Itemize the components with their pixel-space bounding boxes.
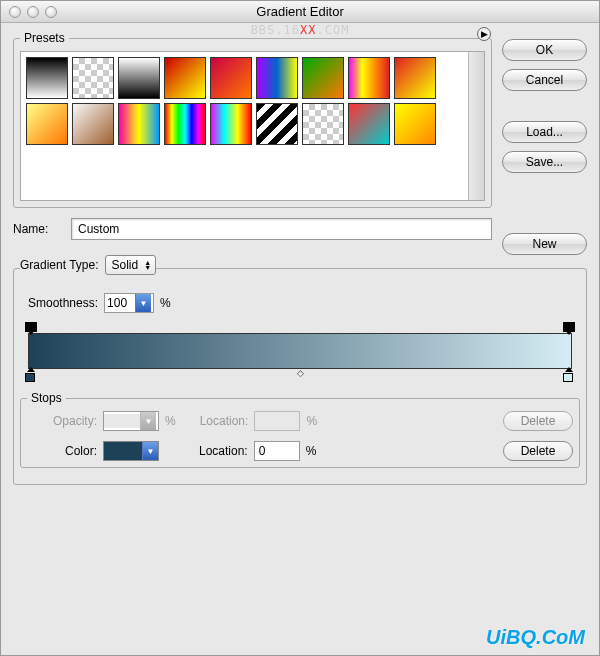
preset-swatch[interactable] [118,57,160,99]
opacity-location-input [254,411,300,431]
name-input[interactable] [71,218,492,240]
opacity-input [104,414,140,428]
delete-color-stop-button[interactable]: Delete [503,441,573,461]
preset-swatch[interactable] [256,57,298,99]
save-button[interactable]: Save... [502,151,587,173]
updown-icon: ▲▼ [144,260,151,270]
color-stop-left[interactable] [25,368,37,382]
location-label: Location: [200,414,249,428]
gradient-bar[interactable]: ◇ [28,333,572,369]
preset-swatch[interactable] [256,103,298,145]
preset-swatch[interactable] [26,103,68,145]
location-label: Location: [199,444,248,458]
opacity-stop-left[interactable] [25,322,37,334]
preset-swatch[interactable] [72,103,114,145]
dropdown-icon[interactable]: ▼ [142,442,158,460]
preset-swatch[interactable] [394,103,436,145]
color-well[interactable]: ▼ [103,441,159,461]
watermark-uibq: UiBQ.CoM [486,626,585,649]
smoothness-field[interactable]: ▼ [104,293,154,313]
opacity-field: ▼ [103,411,159,431]
color-label: Color: [27,444,97,458]
stops-legend: Stops [27,391,66,405]
smoothness-input[interactable] [105,296,135,310]
preset-swatch[interactable] [348,57,390,99]
zoom-icon[interactable] [45,6,57,18]
gradienttype-fieldset: Gradient Type: Solid ▲▼ Smoothness: ▼ % [13,255,587,485]
smoothness-label: Smoothness: [28,296,98,310]
preset-swatch[interactable] [164,103,206,145]
preset-swatch[interactable] [26,57,68,99]
preset-swatch[interactable] [164,57,206,99]
delete-opacity-stop-button: Delete [503,411,573,431]
opacity-label: Opacity: [27,414,97,428]
presets-scrollbar[interactable] [468,52,484,200]
color-swatch [104,442,142,460]
midpoint-icon[interactable]: ◇ [297,368,304,378]
presets-legend: Presets [20,31,69,45]
minimize-icon[interactable] [27,6,39,18]
titlebar: Gradient Editor [1,1,599,23]
close-icon[interactable] [9,6,21,18]
preset-swatch[interactable] [302,103,344,145]
preset-swatch[interactable] [348,103,390,145]
color-location-input[interactable] [254,441,300,461]
gradient-editor-window: Gradient Editor BBS.16XX.COM Presets ▶ N… [0,0,600,656]
ok-button[interactable]: OK [502,39,587,61]
percent-label: % [160,296,171,310]
presets-fieldset: Presets ▶ [13,31,492,208]
gradient-type-row: Gradient Type: Solid ▲▼ [20,255,156,281]
window-controls [1,6,57,18]
gradient-type-select[interactable]: Solid ▲▼ [105,255,157,275]
color-stop-right[interactable] [563,368,575,382]
preset-swatch[interactable] [210,103,252,145]
preset-swatch[interactable] [394,57,436,99]
presets-flyout-icon[interactable]: ▶ [477,27,491,41]
gradient-bar-area: ◇ [20,323,580,391]
presets-grid [21,52,468,150]
new-button[interactable]: New [502,233,587,255]
load-button[interactable]: Load... [502,121,587,143]
presets-box [20,51,485,201]
preset-swatch[interactable] [210,57,252,99]
cancel-button[interactable]: Cancel [502,69,587,91]
dropdown-icon: ▼ [140,412,156,430]
window-title: Gradient Editor [1,4,599,19]
preset-swatch[interactable] [72,57,114,99]
name-label: Name: [13,222,63,236]
preset-swatch[interactable] [118,103,160,145]
stops-fieldset: Stops Opacity: ▼ % Location: % Delete [20,391,580,468]
opacity-stop-right[interactable] [563,322,575,334]
dropdown-icon[interactable]: ▼ [135,294,151,312]
preset-swatch[interactable] [302,57,344,99]
gradient-type-label: Gradient Type: [20,258,99,272]
